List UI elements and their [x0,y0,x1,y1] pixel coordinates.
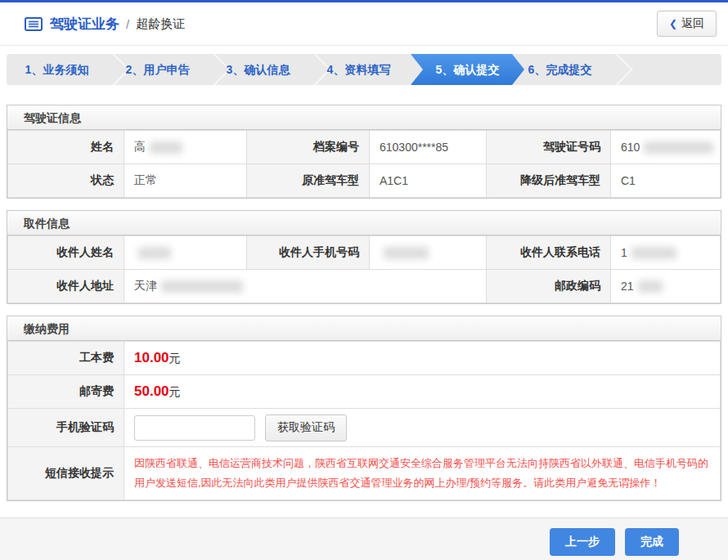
fees-table: 工本费 10.00元 邮寄费 50.00元 手机验证码 获取验证码 短信接收提示… [7,341,721,500]
fees-section-title: 缴纳费用 [7,316,721,341]
pickup-info-section: 取件信息 收件人姓名 收件人手机号码 收件人联系电话 1 收件人地址 天津 邮政… [7,210,721,304]
step-4-fill-data: 4、资料填写 [308,54,409,85]
previous-step-button[interactable]: 上一步 [550,528,615,556]
postage-fee-unit: 元 [169,385,181,398]
redacted-blur [161,280,243,293]
recipient-mobile-label: 收件人手机号码 [247,236,370,270]
fees-section: 缴纳费用 工本费 10.00元 邮寄费 50.00元 手机验证码 获取验证码 短… [7,316,721,501]
table-row: 收件人地址 天津 邮政编码 21 [8,270,721,303]
recipient-phone-value: 1 [611,236,721,270]
license-number-value: 610 [611,131,721,164]
file-number-label: 档案编号 [247,131,370,164]
finish-button[interactable]: 完成 [625,528,679,556]
table-row: 工本费 10.00元 [8,342,721,375]
production-cost-amount: 10.00 [134,350,169,365]
postage-fee-value: 50.00元 [124,375,721,409]
get-sms-code-button[interactable]: 获取验证码 [265,414,347,441]
page-subtitle: 超龄换证 [136,16,185,32]
license-info-section: 驾驶证信息 姓名 高 档案编号 610300****85 驾驶证号码 610 状… [7,105,721,199]
production-cost-label: 工本费 [8,342,124,375]
file-number-value: 610300****85 [370,131,487,164]
redacted-blur [638,280,663,293]
step-1-notice: 1、业务须知 [7,54,107,85]
downgraded-class-label: 降级后准驾车型 [487,164,611,198]
original-class-value: A1C1 [370,164,487,198]
recipient-name-label: 收件人姓名 [8,236,124,270]
table-row: 短信接收提示 因陕西省联通、电信运营商技术问题，陕西省互联网交通安全综合服务管理… [8,447,721,500]
redacted-blur [138,247,171,259]
table-row: 状态 正常 原准驾车型 A1C1 降级后准驾车型 C1 [8,164,721,198]
postage-fee-amount: 50.00 [134,383,169,399]
recipient-phone-label: 收件人联系电话 [487,236,611,270]
license-number-label: 驾驶证号码 [487,131,611,164]
production-cost-unit: 元 [169,352,181,365]
sms-code-cell: 获取验证码 [124,409,721,447]
license-form-icon [25,17,43,31]
license-info-table: 姓名 高 档案编号 610300****85 驾驶证号码 610 状态 正常 原… [7,130,721,198]
production-cost-value: 10.00元 [124,342,721,375]
redacted-blur [150,141,182,154]
back-chevron-icon: ❮ [669,18,677,29]
name-value: 高 [124,131,247,164]
redacted-blur [644,141,713,154]
pickup-info-table: 收件人姓名 收件人手机号码 收件人联系电话 1 收件人地址 天津 邮政编码 21 [7,235,721,303]
sms-code-input[interactable] [134,415,255,441]
step-3-confirm-info: 3、确认信息 [208,54,308,85]
downgraded-class-value: C1 [611,164,721,198]
table-row: 手机验证码 获取验证码 [8,409,721,447]
step-5-confirm-submit: 5、确认提交 [411,54,524,85]
redacted-blur [631,247,676,259]
footer-action-bar: 上一步 完成 [0,517,728,560]
recipient-address-label: 收件人地址 [8,270,124,303]
back-button[interactable]: ❮ 返回 [657,11,717,37]
postcode-value: 21 [611,270,721,303]
pickup-section-title: 取件信息 [7,211,721,235]
step-wizard: 1、业务须知 2、用户申告 3、确认信息 4、资料填写 5、确认提交 6、完成提… [7,54,721,85]
sms-notice-cell: 因陕西省联通、电信运营商技术问题，陕西省互联网交通安全综合服务管理平台无法向持陕… [124,447,721,500]
status-label: 状态 [8,164,124,198]
original-class-label: 原准驾车型 [247,164,370,198]
sms-code-label: 手机验证码 [8,409,124,447]
wizard-filler [610,54,721,85]
back-button-label: 返回 [681,16,704,31]
breadcrumb-divider: / [126,17,129,31]
page-title: 驾驶证业务 [50,15,119,34]
redacted-blur [384,247,429,259]
sms-notice-label: 短信接收提示 [8,447,124,500]
license-section-title: 驾驶证信息 [7,105,721,130]
postcode-label: 邮政编码 [487,270,611,303]
sms-notice-text: 因陕西省联通、电信运营商技术问题，陕西省互联网交通安全综合服务管理平台无法向持陕… [134,454,710,493]
recipient-name-value [124,236,247,270]
step-2-declaration: 2、用户申告 [107,54,208,85]
recipient-address-value: 天津 [124,270,487,303]
status-value: 正常 [124,164,247,198]
postage-fee-label: 邮寄费 [8,375,124,409]
table-row: 收件人姓名 收件人手机号码 收件人联系电话 1 [8,236,721,270]
step-6-complete: 6、完成提交 [510,54,610,85]
table-row: 姓名 高 档案编号 610300****85 驾驶证号码 610 [8,131,721,164]
page-header: 驾驶证业务 / 超龄换证 ❮ 返回 [0,2,728,46]
name-label: 姓名 [8,131,124,164]
recipient-mobile-value [370,236,487,270]
table-row: 邮寄费 50.00元 [8,375,721,409]
